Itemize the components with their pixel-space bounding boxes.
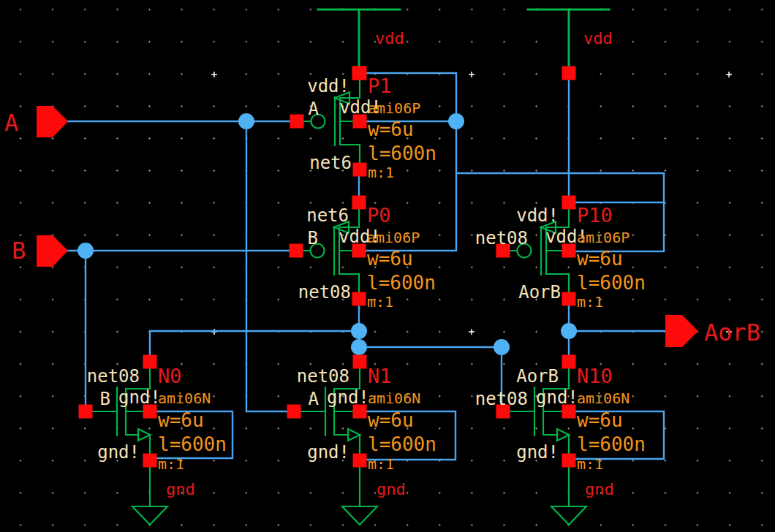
- drain-net-label[interactable]: net08: [87, 366, 140, 387]
- transistor-P0[interactable]: net6 B vdd! net08 P0 ami06P w=6u l=600n …: [290, 196, 436, 311]
- junction-dot[interactable]: [448, 113, 464, 129]
- gate-net-label[interactable]: A: [309, 389, 320, 409]
- output-pin-aorb[interactable]: AorB: [665, 315, 760, 347]
- length-param: l=600n: [367, 272, 436, 294]
- input-pin-b-label[interactable]: B: [12, 237, 26, 265]
- source-pin-square[interactable]: [352, 292, 366, 306]
- instance-name: N1: [368, 365, 392, 387]
- junction-dot[interactable]: [78, 243, 94, 259]
- schematic-canvas[interactable]: vdd vdd gnd gnd gnd A B AorB: [0, 0, 775, 532]
- bulk-arrow-icon: [348, 429, 360, 441]
- vdd-label[interactable]: vdd: [583, 29, 613, 48]
- bulk-net-label[interactable]: gnd!: [118, 387, 161, 408]
- wire-output-aorb[interactable]: [569, 306, 665, 355]
- drain-pin-square[interactable]: [352, 196, 366, 210]
- input-pin-a-shape[interactable]: [37, 106, 68, 137]
- instance-name: P0: [367, 204, 391, 227]
- drain-pin-square[interactable]: [562, 196, 576, 210]
- vdd-pin-square[interactable]: [562, 66, 576, 80]
- gnd-symbol-center[interactable]: gnd: [342, 467, 406, 525]
- junction-dot[interactable]: [494, 339, 510, 355]
- length-param: l=600n: [368, 142, 436, 164]
- gate-pin-square[interactable]: [290, 115, 304, 129]
- drain-pin-square[interactable]: [143, 355, 157, 369]
- width-param: w=6u: [577, 409, 623, 431]
- drain-net-label[interactable]: net08: [297, 366, 349, 387]
- gate-net-label[interactable]: net08: [475, 389, 528, 409]
- length-param: l=600n: [577, 433, 646, 455]
- instance-name: N10: [577, 365, 613, 387]
- drain-net-label[interactable]: vdd!: [516, 205, 559, 226]
- transistor-P10[interactable]: vdd! net08 vdd! AorB P10 ami06P w=6u l=6…: [475, 196, 646, 311]
- multiplier-param: m:1: [368, 455, 394, 473]
- junction-dot[interactable]: [351, 339, 367, 355]
- gate-net-label[interactable]: B: [100, 389, 110, 409]
- model-label: ami06N: [158, 390, 211, 407]
- bulk-net-label[interactable]: gnd!: [327, 387, 369, 408]
- drain-pin-square[interactable]: [353, 355, 367, 369]
- gnd-label[interactable]: gnd: [585, 480, 614, 498]
- source-net-label[interactable]: gnd!: [97, 442, 140, 463]
- source-pin-square[interactable]: [562, 454, 576, 468]
- source-pin-square[interactable]: [353, 454, 367, 468]
- input-pin-b-shape[interactable]: [37, 235, 68, 267]
- input-pin-a[interactable]: A: [4, 106, 68, 137]
- multiplier-param: m:1: [577, 293, 603, 311]
- gate-net-label[interactable]: A: [309, 99, 320, 119]
- source-pin-square[interactable]: [562, 292, 576, 306]
- width-param: w=6u: [367, 248, 413, 270]
- multiplier-param: m:1: [368, 164, 394, 181]
- gate-pin-square[interactable]: [287, 405, 301, 419]
- junction-dot[interactable]: [238, 113, 254, 129]
- bulk-arrow-icon: [138, 429, 150, 441]
- drain-net-label[interactable]: AorB: [516, 366, 559, 387]
- source-net-label[interactable]: net08: [298, 282, 351, 303]
- input-pin-b[interactable]: B: [12, 235, 68, 267]
- output-pin-aorb-shape[interactable]: [665, 315, 698, 347]
- gate-pin-square[interactable]: [290, 244, 303, 258]
- instance-name: P1: [368, 75, 392, 97]
- drain-net-label[interactable]: vdd!: [307, 76, 349, 96]
- gate-pin-square[interactable]: [79, 405, 93, 419]
- junction-dot[interactable]: [561, 323, 577, 339]
- output-pin-aorb-label[interactable]: AorB: [704, 319, 760, 346]
- model-label: ami06P: [368, 99, 420, 117]
- gate-net-label[interactable]: net08: [475, 228, 528, 248]
- drain-pin-square[interactable]: [353, 66, 367, 80]
- multiplier-param: m:1: [577, 455, 603, 473]
- transistor-P1[interactable]: vdd! A vdd! net6 P1 ami06P w=6u l=600n m…: [290, 66, 436, 182]
- width-param: w=6u: [158, 409, 204, 431]
- width-param: w=6u: [368, 118, 414, 140]
- width-param: w=6u: [368, 409, 414, 431]
- instance-name: P10: [577, 204, 613, 227]
- input-pin-a-label[interactable]: A: [4, 109, 18, 137]
- drain-net-label[interactable]: net6: [306, 205, 349, 226]
- multiplier-param: m:1: [367, 293, 393, 311]
- bulk-net-label[interactable]: gnd!: [536, 387, 578, 408]
- transistor-N1[interactable]: net08 A gnd! gnd! N1 ami06N w=6u l=600n …: [287, 355, 436, 474]
- source-net-label[interactable]: gnd!: [516, 442, 559, 463]
- gnd-label[interactable]: gnd: [377, 480, 406, 498]
- length-param: l=600n: [577, 272, 646, 294]
- gnd-label[interactable]: gnd: [166, 480, 195, 498]
- source-net-label[interactable]: AorB: [518, 282, 561, 303]
- source-net-label[interactable]: net6: [309, 153, 352, 173]
- gnd-symbol-left[interactable]: gnd: [132, 467, 195, 525]
- drain-pin-square[interactable]: [562, 355, 576, 369]
- gate-net-label[interactable]: B: [308, 228, 318, 248]
- gnd-symbol-right[interactable]: gnd: [551, 467, 614, 525]
- source-pin-square[interactable]: [353, 163, 367, 177]
- width-param: w=6u: [577, 248, 623, 270]
- transistor-N10[interactable]: AorB net08 gnd! gnd! N10 ami06N w=6u l=6…: [475, 355, 646, 474]
- transistor-N0[interactable]: net08 B gnd! gnd! N0 ami06N w=6u l=600n …: [79, 355, 227, 474]
- source-net-label[interactable]: gnd!: [307, 442, 349, 463]
- gnd-triangle: [132, 506, 167, 525]
- length-param: l=600n: [368, 433, 436, 455]
- instance-name: N0: [158, 365, 182, 387]
- vdd-symbol-right[interactable]: vdd: [528, 10, 613, 80]
- vdd-label[interactable]: vdd: [375, 29, 404, 48]
- model-label: ami06N: [577, 390, 630, 407]
- source-pin-square[interactable]: [143, 454, 157, 468]
- model-label: ami06P: [367, 229, 420, 246]
- junction-dot[interactable]: [351, 323, 367, 339]
